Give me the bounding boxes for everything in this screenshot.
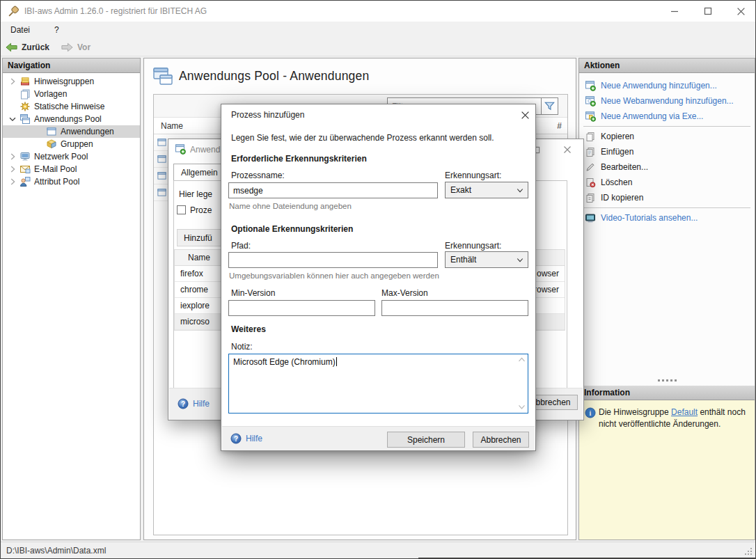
back-button[interactable]: Zurück [5,40,49,54]
divider [583,126,750,127]
process-dialog: Prozess hinzufügen Legen Sie fest, wie d… [221,104,536,451]
tree-spacer [7,101,18,112]
sidebar-item-hinweisgruppen[interactable]: Hinweisgruppen [3,75,140,88]
action-copy[interactable]: Kopieren [579,129,755,144]
panel-splitter[interactable] [579,379,755,381]
minimize-button[interactable] [659,1,691,22]
process-name-input[interactable] [228,182,438,198]
scroll-up-icon[interactable] [518,357,526,363]
button-label: Hinzufü [184,233,212,243]
new-webapplication-icon [585,95,596,107]
process-checkbox[interactable] [177,205,186,214]
action-new-webapplication[interactable]: Neue Webanwendung hinzufügen... [579,93,755,109]
application-pool-icon [19,113,31,125]
close-icon [521,111,530,120]
actions-header: Aktionen [579,58,755,73]
sidebar-item-anwendungen[interactable]: Anwendungen [3,125,140,138]
action-new-application-via-exe[interactable]: Neue Anwendung via Exe... [579,109,755,124]
note-label: Notiz: [231,342,253,352]
path-input[interactable] [228,252,438,268]
applications-heading-icon [152,65,174,88]
chevron-right-icon[interactable] [7,151,18,162]
action-label: Löschen [601,178,632,187]
chevron-right-icon[interactable] [7,76,18,87]
information-header: Information [579,386,755,400]
min-version-input[interactable] [228,300,375,316]
filter-button[interactable] [541,97,558,115]
process-name: firefox [180,269,203,278]
sidebar-item-anwendungs-pool[interactable]: Anwendungs Pool [3,113,140,125]
scroll-down-icon[interactable] [518,404,526,410]
dialog-footer: ? Hilfe Speichern Abbrechen [222,426,535,451]
help-link[interactable]: ? Hilfe [178,398,210,409]
path-label: Pfad: [231,241,251,251]
app-icon [8,6,19,17]
attribute-pool-icon [19,176,31,187]
svg-text:i: i [590,409,592,417]
sidebar-item-label: Statische Hinweise [34,102,104,111]
action-paste[interactable]: Einfügen [579,144,755,159]
forward-label: Vor [77,42,90,52]
max-version-input[interactable] [381,300,528,316]
help-icon: ? [178,398,189,409]
action-new-application[interactable]: Neue Anwendung hinzufügen... [579,78,755,93]
app-window: IBI-aws Admin 1.26.0 - registriert für I… [0,0,756,559]
close-button[interactable] [513,106,536,124]
column-name[interactable]: Name [161,121,183,131]
maximize-icon [704,7,712,15]
info-icon: i [585,407,596,418]
sidebar-item-attribut-pool[interactable]: Attribut Pool [3,175,140,188]
close-icon [737,7,746,16]
button-label: bbrechen [535,397,570,407]
path-detection-select[interactable]: Enthält [445,251,528,268]
paste-icon [585,146,596,157]
resize-grip[interactable] [744,547,753,556]
action-label: Bearbeiten... [601,162,648,172]
action-label: ID kopieren [601,193,643,203]
action-delete[interactable]: Löschen [579,175,755,190]
chevron-down-icon [517,258,523,263]
selected-option: Exakt [450,185,471,195]
sidebar-item-netzwerk-pool[interactable]: Netzwerk Pool [3,150,140,163]
action-label: Neue Anwendung via Exe... [601,111,703,121]
save-button[interactable]: Speichern [387,432,465,448]
sidebar-item-label: Anwendungs Pool [34,114,102,124]
cancel-button[interactable]: Abbrechen [473,432,529,448]
process-name: microso [180,317,210,326]
page-title: Anwendungs Pool - Anwendungen [179,69,369,84]
maximize-button[interactable] [692,1,724,22]
help-link[interactable]: ? Hilfe [230,433,262,444]
chevron-right-icon[interactable] [7,176,18,187]
detection-type-label: Erkennungsart: [445,241,501,251]
sidebar-item-label: Attribut Pool [34,177,79,187]
back-label: Zurück [22,42,49,52]
column-count[interactable]: # [557,121,562,131]
window-title: IBI-aws Admin 1.26.0 - registriert für I… [24,6,207,16]
detection-type-label: Erkennungsart: [445,171,501,180]
action-video-tutorials[interactable]: Video-Tutorials ansehen... [579,210,755,226]
default-group-link[interactable]: Default [671,407,698,417]
detection-type-select[interactable]: Exakt [445,182,528,198]
chevron-right-icon[interactable] [7,164,18,175]
forward-button[interactable]: Vor [61,40,90,54]
action-label: Neue Webanwendung hinzufügen... [601,96,734,106]
sidebar-item-email-pool[interactable]: E-Mail Pool [3,163,140,175]
sidebar-item-gruppen[interactable]: Gruppen [3,138,140,150]
button-label: Speichern [407,435,445,445]
chevron-down-icon[interactable] [7,113,18,125]
sidebar-item-label: Vorlagen [34,89,67,99]
button-label: Abbrechen [480,435,521,445]
menu-help[interactable]: ? [54,25,59,35]
close-button[interactable] [725,1,756,22]
sidebar-item-label: Netzwerk Pool [34,152,88,162]
menu-datei[interactable]: Datei [10,25,30,35]
templates-icon [19,88,31,100]
window-icon [157,137,167,148]
action-copy-id[interactable]: ID kopieren [579,190,755,205]
sidebar-item-statische-hinweise[interactable]: Statische Hinweise [3,100,140,113]
action-edit[interactable]: Bearbeiten... [579,159,755,175]
note-textarea[interactable]: Microsoft Edge (Chromium) [228,354,528,414]
sidebar-item-label: E-Mail Pool [34,164,77,174]
sidebar-item-vorlagen[interactable]: Vorlagen [3,88,140,100]
close-button[interactable] [556,142,579,157]
